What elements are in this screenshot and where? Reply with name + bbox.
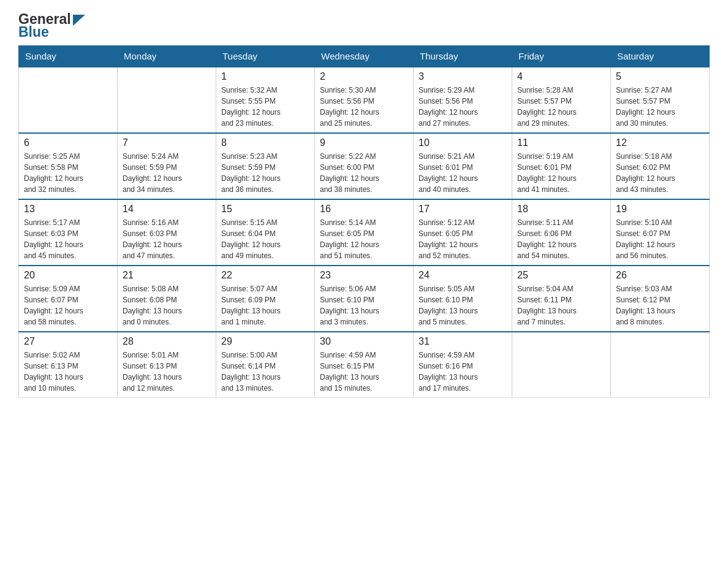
logo: General Blue [18, 12, 85, 39]
day-number: 13 [24, 204, 112, 215]
day-number: 22 [221, 270, 309, 281]
day-info: Sunrise: 5:23 AM Sunset: 5:59 PM Dayligh… [221, 151, 309, 195]
column-header-saturday: Saturday [611, 46, 710, 67]
calendar-cell: 16Sunrise: 5:14 AM Sunset: 6:05 PM Dayli… [315, 199, 414, 266]
calendar-header-row: SundayMondayTuesdayWednesdayThursdayFrid… [19, 46, 710, 67]
calendar-cell: 9Sunrise: 5:22 AM Sunset: 6:00 PM Daylig… [315, 133, 414, 199]
calendar-cell: 7Sunrise: 5:24 AM Sunset: 5:59 PM Daylig… [118, 133, 216, 199]
day-number: 12 [616, 137, 704, 148]
calendar-cell: 31Sunrise: 4:59 AM Sunset: 6:16 PM Dayli… [414, 332, 512, 398]
day-number: 10 [419, 137, 507, 148]
calendar-cell: 21Sunrise: 5:08 AM Sunset: 6:08 PM Dayli… [118, 266, 216, 332]
day-number: 17 [419, 204, 507, 215]
week-row-5: 27Sunrise: 5:02 AM Sunset: 6:13 PM Dayli… [19, 332, 710, 398]
day-number: 28 [123, 336, 211, 347]
day-info: Sunrise: 5:27 AM Sunset: 5:57 PM Dayligh… [616, 85, 704, 129]
week-row-2: 6Sunrise: 5:25 AM Sunset: 5:58 PM Daylig… [19, 133, 710, 199]
week-row-3: 13Sunrise: 5:17 AM Sunset: 6:03 PM Dayli… [19, 199, 710, 266]
svg-marker-0 [73, 15, 85, 26]
day-number: 11 [517, 137, 605, 148]
day-number: 5 [616, 71, 704, 82]
calendar-cell: 19Sunrise: 5:10 AM Sunset: 6:07 PM Dayli… [611, 199, 710, 266]
day-number: 14 [123, 204, 211, 215]
day-info: Sunrise: 5:01 AM Sunset: 6:13 PM Dayligh… [123, 350, 211, 394]
calendar-cell: 3Sunrise: 5:29 AM Sunset: 5:56 PM Daylig… [414, 67, 512, 133]
day-info: Sunrise: 5:12 AM Sunset: 6:05 PM Dayligh… [419, 217, 507, 261]
day-number: 4 [517, 71, 605, 82]
day-info: Sunrise: 4:59 AM Sunset: 6:16 PM Dayligh… [419, 350, 507, 394]
calendar-cell [19, 67, 118, 133]
day-info: Sunrise: 5:00 AM Sunset: 6:14 PM Dayligh… [221, 350, 309, 394]
day-info: Sunrise: 5:05 AM Sunset: 6:10 PM Dayligh… [419, 283, 507, 327]
calendar-cell: 30Sunrise: 4:59 AM Sunset: 6:15 PM Dayli… [315, 332, 414, 398]
week-row-1: 1Sunrise: 5:32 AM Sunset: 5:55 PM Daylig… [19, 67, 710, 133]
column-header-friday: Friday [512, 46, 611, 67]
day-info: Sunrise: 5:21 AM Sunset: 6:01 PM Dayligh… [419, 151, 507, 195]
day-number: 25 [517, 270, 605, 281]
day-number: 16 [320, 204, 408, 215]
day-number: 23 [320, 270, 408, 281]
logo-blue-text: Blue [18, 25, 49, 39]
calendar-cell: 25Sunrise: 5:04 AM Sunset: 6:11 PM Dayli… [512, 266, 611, 332]
day-number: 19 [616, 204, 704, 215]
column-header-tuesday: Tuesday [216, 46, 315, 67]
day-info: Sunrise: 5:28 AM Sunset: 5:57 PM Dayligh… [517, 85, 605, 129]
calendar-cell: 6Sunrise: 5:25 AM Sunset: 5:58 PM Daylig… [19, 133, 118, 199]
calendar-cell: 12Sunrise: 5:18 AM Sunset: 6:02 PM Dayli… [611, 133, 710, 199]
calendar-cell: 26Sunrise: 5:03 AM Sunset: 6:12 PM Dayli… [611, 266, 710, 332]
day-number: 20 [24, 270, 112, 281]
day-info: Sunrise: 5:25 AM Sunset: 5:58 PM Dayligh… [24, 151, 112, 195]
day-info: Sunrise: 5:19 AM Sunset: 6:01 PM Dayligh… [517, 151, 605, 195]
day-info: Sunrise: 5:06 AM Sunset: 6:10 PM Dayligh… [320, 283, 408, 327]
day-number: 8 [221, 137, 309, 148]
calendar-cell: 24Sunrise: 5:05 AM Sunset: 6:10 PM Dayli… [414, 266, 512, 332]
day-number: 3 [419, 71, 507, 82]
day-info: Sunrise: 5:32 AM Sunset: 5:55 PM Dayligh… [221, 85, 309, 129]
calendar-cell: 14Sunrise: 5:16 AM Sunset: 6:03 PM Dayli… [118, 199, 216, 266]
calendar-cell [118, 67, 216, 133]
calendar-cell: 8Sunrise: 5:23 AM Sunset: 5:59 PM Daylig… [216, 133, 315, 199]
calendar-cell: 20Sunrise: 5:09 AM Sunset: 6:07 PM Dayli… [19, 266, 118, 332]
day-info: Sunrise: 5:15 AM Sunset: 6:04 PM Dayligh… [221, 217, 309, 261]
day-info: Sunrise: 5:30 AM Sunset: 5:56 PM Dayligh… [320, 85, 408, 129]
day-info: Sunrise: 5:10 AM Sunset: 6:07 PM Dayligh… [616, 217, 704, 261]
calendar-cell: 5Sunrise: 5:27 AM Sunset: 5:57 PM Daylig… [611, 67, 710, 133]
day-number: 18 [517, 204, 605, 215]
column-header-monday: Monday [118, 46, 216, 67]
calendar-cell: 13Sunrise: 5:17 AM Sunset: 6:03 PM Dayli… [19, 199, 118, 266]
day-info: Sunrise: 5:08 AM Sunset: 6:08 PM Dayligh… [123, 283, 211, 327]
calendar-table: SundayMondayTuesdayWednesdayThursdayFrid… [18, 45, 710, 398]
day-number: 2 [320, 71, 408, 82]
calendar-cell: 11Sunrise: 5:19 AM Sunset: 6:01 PM Dayli… [512, 133, 611, 199]
day-info: Sunrise: 5:17 AM Sunset: 6:03 PM Dayligh… [24, 217, 112, 261]
calendar-cell: 2Sunrise: 5:30 AM Sunset: 5:56 PM Daylig… [315, 67, 414, 133]
day-info: Sunrise: 5:29 AM Sunset: 5:56 PM Dayligh… [419, 85, 507, 129]
day-info: Sunrise: 5:09 AM Sunset: 6:07 PM Dayligh… [24, 283, 112, 327]
day-number: 24 [419, 270, 507, 281]
day-info: Sunrise: 5:22 AM Sunset: 6:00 PM Dayligh… [320, 151, 408, 195]
day-number: 1 [221, 71, 309, 82]
day-info: Sunrise: 4:59 AM Sunset: 6:15 PM Dayligh… [320, 350, 408, 394]
day-number: 21 [123, 270, 211, 281]
day-number: 31 [419, 336, 507, 347]
calendar-cell: 29Sunrise: 5:00 AM Sunset: 6:14 PM Dayli… [216, 332, 315, 398]
day-number: 9 [320, 137, 408, 148]
day-number: 7 [123, 137, 211, 148]
day-info: Sunrise: 5:11 AM Sunset: 6:06 PM Dayligh… [517, 217, 605, 261]
day-number: 29 [221, 336, 309, 347]
day-info: Sunrise: 5:14 AM Sunset: 6:05 PM Dayligh… [320, 217, 408, 261]
day-number: 26 [616, 270, 704, 281]
day-number: 6 [24, 137, 112, 148]
logo-arrow-icon [73, 15, 85, 26]
calendar-cell: 23Sunrise: 5:06 AM Sunset: 6:10 PM Dayli… [315, 266, 414, 332]
day-info: Sunrise: 5:18 AM Sunset: 6:02 PM Dayligh… [616, 151, 704, 195]
column-header-wednesday: Wednesday [315, 46, 414, 67]
calendar-cell: 10Sunrise: 5:21 AM Sunset: 6:01 PM Dayli… [414, 133, 512, 199]
day-info: Sunrise: 5:03 AM Sunset: 6:12 PM Dayligh… [616, 283, 704, 327]
calendar-cell: 15Sunrise: 5:15 AM Sunset: 6:04 PM Dayli… [216, 199, 315, 266]
day-info: Sunrise: 5:02 AM Sunset: 6:13 PM Dayligh… [24, 350, 112, 394]
calendar-cell [611, 332, 710, 398]
calendar-cell [512, 332, 611, 398]
column-header-sunday: Sunday [19, 46, 118, 67]
day-number: 30 [320, 336, 408, 347]
